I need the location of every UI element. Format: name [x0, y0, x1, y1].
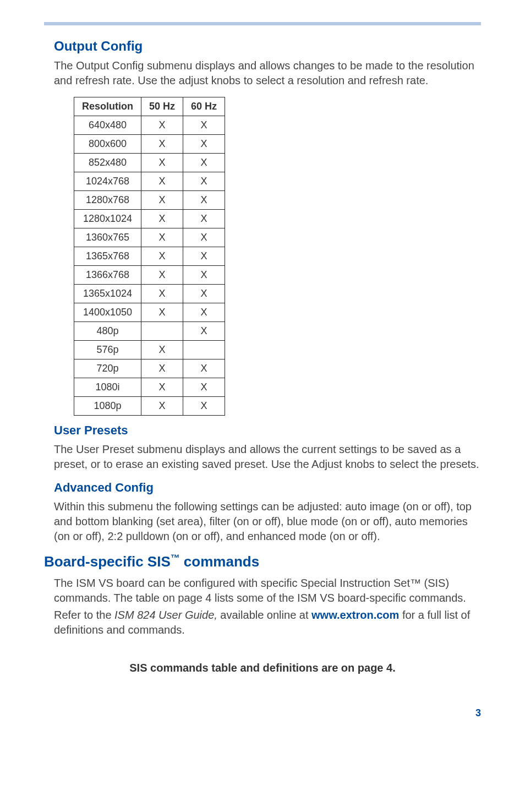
table-cell: X: [183, 266, 225, 285]
footer-note: SIS commands table and definitions are o…: [44, 662, 481, 674]
table-row: 1080pXX: [74, 397, 225, 416]
table-row: 1280x768XX: [74, 191, 225, 210]
paragraph-board-sis-1: The ISM VS board can be configured with …: [54, 576, 481, 606]
table-cell: X: [183, 285, 225, 303]
table-cell: 480p: [74, 322, 141, 341]
table-cell: X: [183, 359, 225, 378]
table-row: 1365x1024XX: [74, 285, 225, 303]
trademark-symbol: ™: [171, 553, 180, 563]
table-cell: X: [183, 210, 225, 228]
heading-board-sis-pre: Board-specific SIS: [44, 553, 171, 570]
col-header-50hz: 50 Hz: [141, 97, 183, 116]
table-cell: X: [183, 116, 225, 135]
table-cell: X: [141, 191, 183, 210]
table-cell: X: [183, 135, 225, 154]
table-cell: X: [141, 210, 183, 228]
table-cell: X: [183, 191, 225, 210]
heading-output-config: Output Config: [54, 39, 481, 54]
page-number: 3: [44, 707, 481, 719]
table-row: 1024x768XX: [74, 172, 225, 191]
table-row: 640x480XX: [74, 116, 225, 135]
table-cell: 800x600: [74, 135, 141, 154]
table-cell: 1400x1050: [74, 303, 141, 322]
table-cell: X: [141, 341, 183, 359]
table-cell: 1365x1024: [74, 285, 141, 303]
table-row: 1400x1050XX: [74, 303, 225, 322]
table-cell: X: [141, 172, 183, 191]
heading-advanced-config: Advanced Config: [54, 481, 481, 495]
text-refer-pre: Refer to the: [54, 609, 114, 621]
table-cell: X: [141, 116, 183, 135]
table-cell: X: [141, 154, 183, 172]
table-row: 1365x768XX: [74, 247, 225, 266]
link-extron[interactable]: www.extron.com: [311, 609, 399, 621]
table-cell: X: [183, 228, 225, 247]
table-row: 1280x1024XX: [74, 210, 225, 228]
table-cell: X: [141, 397, 183, 416]
table-cell: X: [141, 378, 183, 397]
table-cell: 720p: [74, 359, 141, 378]
table-cell: 1280x768: [74, 191, 141, 210]
table-header-row: Resolution 50 Hz 60 Hz: [74, 97, 225, 116]
table-cell: [183, 341, 225, 359]
table-cell: [141, 322, 183, 341]
table-cell: 1365x768: [74, 247, 141, 266]
heading-board-sis-post: commands: [180, 553, 260, 570]
heading-board-sis: Board-specific SIS™ commands: [44, 553, 481, 570]
paragraph-user-presets: The User Preset submenu displays and all…: [54, 442, 481, 472]
table-cell: X: [141, 285, 183, 303]
table-cell: X: [141, 303, 183, 322]
table-cell: 1280x1024: [74, 210, 141, 228]
table-cell: 852x480: [74, 154, 141, 172]
table-cell: 1080i: [74, 378, 141, 397]
resolution-table: Resolution 50 Hz 60 Hz 640x480XX800x600X…: [74, 97, 225, 416]
table-cell: 1366x768: [74, 266, 141, 285]
table-row: 480pX: [74, 322, 225, 341]
table-cell: X: [141, 135, 183, 154]
table-row: 1366x768XX: [74, 266, 225, 285]
paragraph-board-sis-2: Refer to the ISM 824 User Guide, availab…: [54, 608, 481, 637]
table-cell: X: [183, 154, 225, 172]
table-cell: 1024x768: [74, 172, 141, 191]
table-cell: X: [183, 322, 225, 341]
table-cell: 1360x765: [74, 228, 141, 247]
text-refer-ital: ISM 824 User Guide,: [114, 609, 217, 621]
table-row: 852x480XX: [74, 154, 225, 172]
header-rule: [44, 22, 481, 25]
table-cell: X: [183, 397, 225, 416]
table-row: 576pX: [74, 341, 225, 359]
table-cell: X: [141, 247, 183, 266]
table-cell: 576p: [74, 341, 141, 359]
heading-user-presets: User Presets: [54, 423, 481, 438]
table-cell: X: [141, 228, 183, 247]
table-cell: 640x480: [74, 116, 141, 135]
table-cell: X: [183, 247, 225, 266]
col-header-60hz: 60 Hz: [183, 97, 225, 116]
table-cell: X: [141, 359, 183, 378]
paragraph-advanced-config: Within this submenu the following settin…: [54, 499, 481, 544]
paragraph-output-config: The Output Config submenu displays and a…: [54, 58, 481, 88]
table-cell: X: [183, 378, 225, 397]
table-cell: X: [183, 172, 225, 191]
table-row: 1360x765XX: [74, 228, 225, 247]
text-refer-mid: available online at: [217, 609, 311, 621]
col-header-resolution: Resolution: [74, 97, 141, 116]
table-row: 720pXX: [74, 359, 225, 378]
table-cell: 1080p: [74, 397, 141, 416]
table-cell: X: [141, 266, 183, 285]
table-cell: X: [183, 303, 225, 322]
table-row: 1080iXX: [74, 378, 225, 397]
table-row: 800x600XX: [74, 135, 225, 154]
